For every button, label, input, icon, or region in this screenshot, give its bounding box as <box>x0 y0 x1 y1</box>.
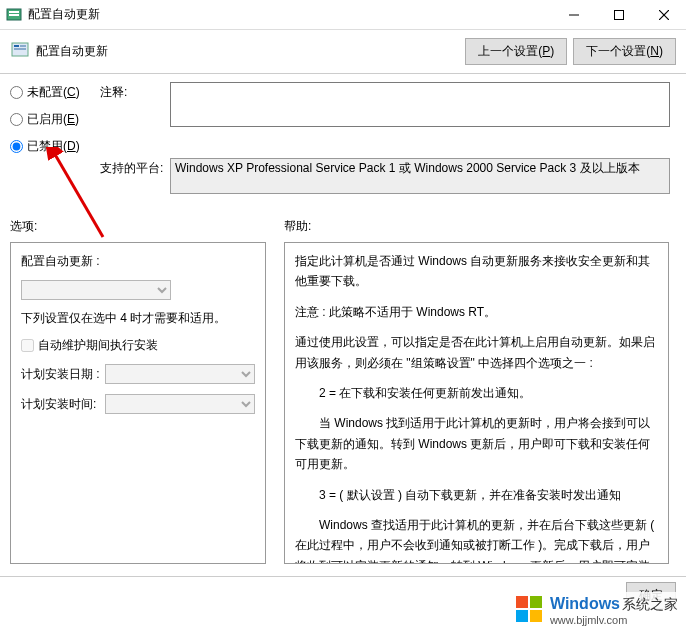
radio-disabled-input[interactable] <box>10 140 23 153</box>
watermark-suffix: 系统之家 <box>622 596 678 612</box>
schedule-time-label: 计划安装时间: <box>21 396 105 413</box>
options-heading: 选项: <box>10 218 37 235</box>
help-paragraph: 通过使用此设置，可以指定是否在此计算机上启用自动更新。如果启用该服务，则必须在 … <box>295 332 658 373</box>
help-paragraph: Windows 查找适用于此计算机的更新，并在后台下载这些更新 ( 在此过程中，… <box>295 515 658 564</box>
svg-rect-4 <box>614 10 623 19</box>
help-paragraph: 2 = 在下载和安装任何更新前发出通知。 <box>295 383 658 403</box>
svg-rect-12 <box>516 596 528 608</box>
radio-not-configured-input[interactable] <box>10 86 23 99</box>
help-panel[interactable]: 指定此计算机是否通过 Windows 自动更新服务来接收安全更新和其他重要下载。… <box>284 242 669 564</box>
help-paragraph: 注意 : 此策略不适用于 Windows RT。 <box>295 302 658 322</box>
platform-value: Windows XP Professional Service Pack 1 或… <box>170 158 670 194</box>
options-panel: 配置自动更新 : 下列设置仅在选中 4 时才需要和适用。 自动维护期间执行安装 … <box>10 242 266 564</box>
prev-setting-button[interactable]: 上一个设置(P) <box>465 38 567 65</box>
help-heading: 帮助: <box>284 218 311 235</box>
watermark-brand: Windows <box>550 595 620 612</box>
watermark: Windows系统之家 www.bjjmlv.com <box>510 592 682 629</box>
help-paragraph: 指定此计算机是否通过 Windows 自动更新服务来接收安全更新和其他重要下载。 <box>295 251 658 292</box>
radio-not-configured[interactable]: 未配置(C) <box>10 84 80 101</box>
watermark-url: www.bjjmlv.com <box>550 614 678 626</box>
svg-rect-14 <box>516 610 528 622</box>
schedule-day-label: 计划安装日期 : <box>21 366 105 383</box>
platform-label: 支持的平台: <box>100 160 163 177</box>
options-note: 下列设置仅在选中 4 时才需要和适用。 <box>21 310 226 327</box>
next-setting-button[interactable]: 下一个设置(N) <box>573 38 676 65</box>
app-icon <box>6 7 22 23</box>
configure-update-label: 配置自动更新 : <box>21 253 100 270</box>
policy-title: 配置自动更新 <box>36 43 108 60</box>
svg-rect-9 <box>20 45 26 47</box>
schedule-time-select[interactable] <box>105 394 255 414</box>
radio-enabled-input[interactable] <box>10 113 23 126</box>
window-title: 配置自动更新 <box>28 6 551 23</box>
comment-label: 注释: <box>100 84 127 101</box>
maintenance-checkbox-label: 自动维护期间执行安装 <box>38 337 158 354</box>
help-paragraph: 3 = ( 默认设置 ) 自动下载更新，并在准备安装时发出通知 <box>295 485 658 505</box>
svg-rect-15 <box>530 610 542 622</box>
svg-rect-10 <box>14 48 26 50</box>
windows-logo-icon <box>514 594 544 627</box>
maximize-button[interactable] <box>596 0 641 29</box>
comment-input[interactable] <box>170 82 670 127</box>
svg-rect-13 <box>530 596 542 608</box>
radio-disabled[interactable]: 已禁用(D) <box>10 138 80 155</box>
help-paragraph: 当 Windows 找到适用于此计算机的更新时，用户将会接到可以下载更新的通知。… <box>295 413 658 474</box>
radio-enabled[interactable]: 已启用(E) <box>10 111 80 128</box>
svg-rect-2 <box>9 14 19 16</box>
svg-rect-8 <box>14 45 19 47</box>
policy-icon <box>10 40 30 63</box>
maintenance-checkbox[interactable] <box>21 339 34 352</box>
close-button[interactable] <box>641 0 686 29</box>
schedule-day-select[interactable] <box>105 364 255 384</box>
state-radio-group: 未配置(C) 已启用(E) 已禁用(D) <box>10 84 80 165</box>
svg-rect-1 <box>9 11 19 13</box>
minimize-button[interactable] <box>551 0 596 29</box>
configure-update-select[interactable] <box>21 280 171 300</box>
